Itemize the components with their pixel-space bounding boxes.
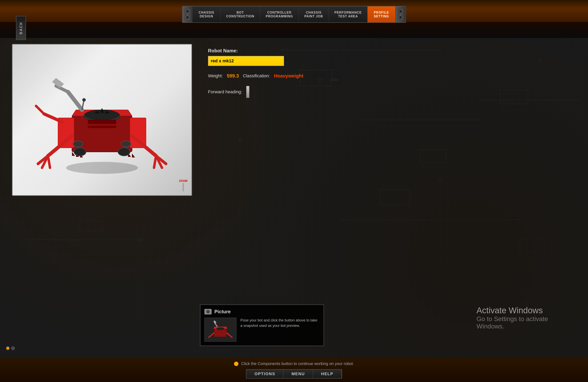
dot-2 [11, 346, 15, 350]
svg-point-71 [73, 141, 83, 147]
svg-point-76 [83, 98, 85, 101]
activate-windows-subtitle2: Windows. [476, 323, 548, 330]
svg-point-38 [399, 16, 402, 19]
sub-bar [0, 22, 588, 38]
tab-chassis-paint-job[interactable]: CHASSIS PAINT JOB [299, 6, 329, 22]
back-button[interactable]: BACK [16, 16, 26, 40]
activate-windows-subtitle: Go to Settings to activate [476, 315, 548, 323]
classification-label: Classification: [243, 73, 270, 78]
bottom-nav-help[interactable]: HELP [313, 370, 341, 378]
forward-heading-row: Forward heading: [208, 86, 576, 98]
zoom-indicator: ZOOM [179, 179, 188, 191]
svg-point-69 [74, 148, 86, 156]
svg-line-57 [154, 156, 156, 168]
svg-point-37 [399, 10, 402, 13]
tab-chassis-design[interactable]: CHASSIS DESIGN [193, 6, 221, 22]
svg-line-80 [226, 333, 232, 338]
tab-bot-construction[interactable]: BOT CONSTRUCTION [221, 6, 260, 22]
camera-icon[interactable] [204, 309, 211, 314]
svg-rect-73 [88, 120, 116, 124]
svg-rect-74 [88, 126, 116, 128]
svg-point-33 [186, 10, 189, 13]
svg-point-81 [216, 327, 224, 330]
heading-indicator[interactable] [246, 86, 249, 98]
svg-point-72 [121, 141, 131, 147]
dot-1 [6, 346, 10, 350]
nav-container: CHASSIS DESIGN BOT CONSTRUCTION CONTROLL… [182, 6, 406, 23]
status-icon [234, 362, 238, 366]
side-dots [6, 346, 15, 350]
status-message: Click the Components button to continue … [234, 362, 354, 366]
tab-profile-setting[interactable]: PROFILE SETTING [367, 6, 395, 22]
robot-name-label: Robot Name: [208, 48, 576, 54]
bottom-nav-options[interactable]: OPTIONS [246, 370, 283, 378]
svg-marker-62 [52, 78, 64, 88]
nav-left-decoration [183, 6, 193, 22]
svg-point-40 [66, 162, 138, 174]
svg-point-34 [186, 16, 189, 19]
svg-point-70 [118, 148, 130, 156]
svg-line-82 [214, 323, 217, 327]
tab-controller-programming[interactable]: CONTROLLER PROGRAMMING [260, 6, 299, 22]
picture-panel: Picture Pose your bot and click the butt… [200, 305, 324, 346]
forward-heading-label: Forward heading: [208, 89, 242, 95]
svg-line-60 [68, 92, 82, 110]
nav-right-decoration [395, 6, 405, 22]
right-panel: Robot Name: Weight: 599.3 Classification… [192, 44, 576, 98]
picture-header: Picture [204, 309, 320, 314]
picture-description: Pose your bot and click the button above… [240, 318, 320, 328]
robot-stats: Weight: 599.3 Classification: Heavyweigh… [208, 73, 576, 79]
svg-line-53 [48, 156, 50, 168]
robot-preview-panel[interactable]: ZOOM [12, 44, 192, 196]
classification-value: Heavyweight [274, 73, 303, 79]
svg-line-61 [56, 86, 68, 92]
bottom-nav: OPTIONS MENU HELP [246, 369, 342, 379]
tab-performance-test-area[interactable]: PERFORMANCE TEST AREA [329, 6, 367, 22]
svg-line-79 [209, 333, 214, 338]
weight-label: Weight: [208, 73, 223, 78]
picture-title: Picture [214, 309, 231, 314]
svg-marker-68 [132, 153, 135, 157]
bottom-nav-menu[interactable]: MENU [283, 370, 313, 378]
picture-thumbnail [204, 318, 236, 342]
weight-value: 599.3 [227, 73, 239, 79]
svg-marker-83 [213, 320, 216, 324]
bottom-bar: Click the Components button to continue … [0, 358, 588, 382]
activate-windows-watermark: Activate Windows Go to Settings to activ… [476, 306, 548, 330]
svg-line-59 [36, 106, 44, 114]
zoom-label: ZOOM [179, 179, 188, 182]
robot-preview-inner: ZOOM [13, 45, 191, 195]
activate-windows-title: Activate Windows [476, 306, 548, 315]
status-text: Click the Components button to continue … [241, 362, 354, 366]
robot-name-input[interactable] [208, 56, 284, 66]
picture-content: Pose your bot and click the button above… [204, 318, 320, 342]
robot-display [32, 60, 172, 180]
zoom-slider[interactable] [183, 183, 184, 191]
